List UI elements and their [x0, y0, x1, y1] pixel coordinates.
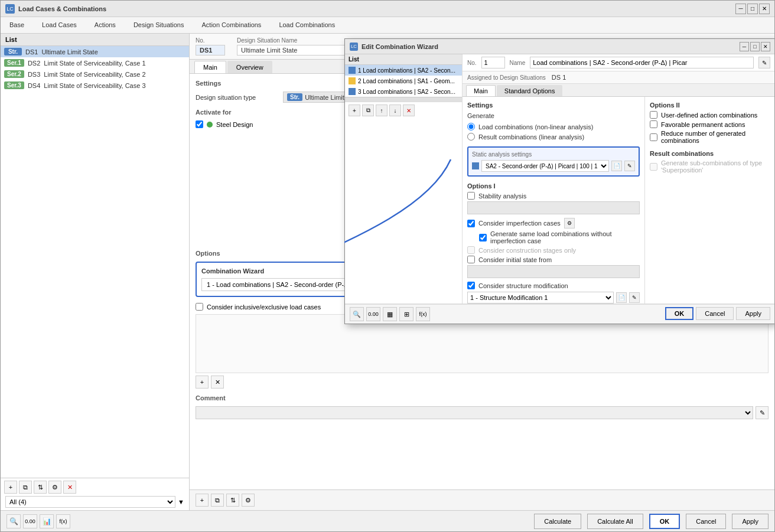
- cancel-button[interactable]: Cancel: [686, 514, 726, 529]
- sa-edit-button[interactable]: ✎: [624, 161, 635, 171]
- calculate-all-button[interactable]: Calculate All: [587, 514, 643, 529]
- tab-overview[interactable]: Overview: [227, 61, 272, 73]
- dialog-grid-button[interactable]: ⊞: [399, 307, 413, 321]
- list-item[interactable]: Ser.1 DS2 Limit State of Serviceability,…: [1, 57, 189, 68]
- settings-button[interactable]: ⚙: [48, 481, 61, 494]
- dialog-tab-main[interactable]: Main: [466, 85, 496, 96]
- lc-color-icon-3: [349, 88, 356, 95]
- status-numbers-button[interactable]: 0.00: [23, 514, 37, 528]
- maximize-button[interactable]: □: [747, 4, 758, 14]
- menu-actions[interactable]: Actions: [86, 17, 125, 33]
- sort-button[interactable]: ⇅: [34, 481, 47, 494]
- no-input[interactable]: [481, 57, 505, 68]
- stability-checkbox[interactable]: [467, 192, 475, 200]
- settings-title: Settings: [467, 102, 640, 109]
- result-sub-checkbox[interactable]: [650, 163, 657, 171]
- menu-load-cases[interactable]: Load Cases: [33, 17, 86, 33]
- reduce-checkbox[interactable]: [650, 133, 657, 141]
- rp-sort-button[interactable]: ⇅: [226, 494, 239, 507]
- inclusive-checkbox[interactable]: [196, 303, 203, 311]
- item-name: Ultimate Limit State: [41, 48, 97, 56]
- dialog-minimize-button[interactable]: ─: [740, 42, 749, 51]
- list-item[interactable]: Str. DS1 Ultimate Limit State: [1, 46, 189, 57]
- favorable-checkbox[interactable]: [650, 120, 657, 128]
- lc-delete-button[interactable]: ✕: [211, 376, 224, 389]
- menu-action-combinations[interactable]: Action Combinations: [193, 17, 270, 33]
- rp-add-button[interactable]: +: [196, 494, 209, 507]
- list-copy-button[interactable]: ⧉: [362, 105, 374, 116]
- rp-copy-button[interactable]: ⧉: [211, 494, 224, 507]
- list-scrollbar[interactable]: [345, 97, 462, 102]
- menu-base[interactable]: Base: [1, 17, 33, 33]
- minimize-button[interactable]: ─: [735, 4, 746, 14]
- list-item[interactable]: Ser.3 DS4 Limit State of Serviceability,…: [1, 80, 189, 91]
- initial-state-checkbox[interactable]: [467, 256, 475, 263]
- filter-select[interactable]: All (4): [5, 496, 175, 508]
- result-comb-title: Result combinations: [650, 150, 770, 157]
- dialog-tab-standard[interactable]: Standard Options: [497, 85, 563, 96]
- list-delete-button[interactable]: ✕: [403, 105, 415, 116]
- dialog-header-fields: No. Name ✎ Assigned to Design Situations…: [463, 54, 774, 303]
- wizard-list-item-2[interactable]: 2 Load combinations | SA1 - Geom...: [345, 76, 462, 86]
- name-edit-button[interactable]: ✎: [758, 57, 770, 68]
- add-item-button[interactable]: +: [4, 481, 17, 494]
- same-load-label: Generate same load combinations without …: [490, 230, 640, 244]
- wizard-list-item-3[interactable]: 3 Load combinations | SA2 - Secon...: [345, 86, 462, 97]
- status-func-button[interactable]: f(x): [56, 514, 70, 528]
- radio-load-label: Load combinations (non-linear analysis): [478, 123, 593, 130]
- rp-settings-button[interactable]: ⚙: [242, 494, 255, 507]
- struct-mod-checkbox[interactable]: [467, 282, 475, 289]
- struct-edit-button[interactable]: ✎: [629, 292, 640, 303]
- ok-button[interactable]: OK: [649, 514, 680, 529]
- struct-new-button[interactable]: 📄: [616, 292, 627, 303]
- options2-title: Options II: [650, 102, 770, 109]
- list-sort2-button[interactable]: ↓: [389, 105, 401, 116]
- radio-result-combinations[interactable]: [467, 133, 475, 141]
- comment-select[interactable]: [196, 406, 753, 419]
- dialog-cancel-button[interactable]: Cancel: [696, 307, 734, 320]
- imperfection-settings-button[interactable]: ⚙: [564, 218, 575, 229]
- sa-new-button[interactable]: 📄: [611, 161, 622, 171]
- lc-add-button[interactable]: +: [196, 376, 209, 389]
- lc-color-icon-1: [349, 67, 356, 74]
- item-name: Limit State of Serviceability, Case 1: [44, 60, 145, 67]
- copy-item-button[interactable]: ⧉: [19, 481, 32, 494]
- right-panel-bottom-toolbar: + ⧉ ⇅ ⚙: [190, 489, 774, 510]
- name-input[interactable]: [530, 57, 754, 68]
- dialog-close-button[interactable]: ✕: [761, 42, 770, 51]
- lc-color-icon-2: [349, 77, 356, 84]
- status-graph-button[interactable]: 📊: [40, 514, 54, 528]
- wizard-list-item-1[interactable]: 1 Load combinations | SA2 - Secon...: [345, 65, 462, 76]
- same-load-checkbox[interactable]: [479, 234, 487, 241]
- dialog-apply-button[interactable]: Apply: [736, 307, 770, 320]
- comment-section: Comment ✎: [196, 394, 769, 419]
- dialog-ok-button[interactable]: OK: [665, 307, 694, 320]
- menu-load-combinations[interactable]: Load Combinations: [270, 17, 344, 33]
- menu-design-situations[interactable]: Design Situations: [125, 17, 193, 33]
- close-button[interactable]: ✕: [759, 4, 770, 14]
- list-item[interactable]: Ser.2 DS3 Limit State of Serviceability,…: [1, 68, 189, 80]
- comment-edit-button[interactable]: ✎: [756, 406, 769, 419]
- radio-load-combinations[interactable]: [467, 123, 475, 130]
- list-sort1-button[interactable]: ↑: [376, 105, 388, 116]
- tab-main[interactable]: Main: [194, 61, 226, 73]
- dialog-numbers-button[interactable]: 0.00: [366, 307, 380, 321]
- menu-bar: Base Load Cases Actions Design Situation…: [1, 17, 774, 34]
- status-search-button[interactable]: 🔍: [6, 514, 21, 528]
- sa-select[interactable]: SA2 - Second-order (P-Δ) | Picard | 100 …: [481, 160, 609, 172]
- user-defined-checkbox[interactable]: [650, 111, 657, 119]
- dialog-maximize-button[interactable]: □: [750, 42, 760, 51]
- apply-button[interactable]: Apply: [732, 514, 769, 529]
- dialog-search-button[interactable]: 🔍: [350, 307, 364, 321]
- activate-checkbox[interactable]: [196, 120, 203, 128]
- delete-item-button[interactable]: ✕: [63, 481, 76, 494]
- struct-mod-select[interactable]: 1 - Structure Modification 1: [467, 292, 614, 303]
- construction-checkbox[interactable]: [467, 246, 475, 254]
- calculate-button[interactable]: Calculate: [534, 514, 581, 529]
- dialog-func-button[interactable]: f(x): [416, 307, 430, 321]
- imperfection-checkbox[interactable]: [467, 220, 475, 227]
- dialog-table-button[interactable]: ▦: [383, 307, 397, 321]
- type-label: Design situation type: [196, 94, 278, 101]
- list-add-button[interactable]: +: [349, 105, 360, 116]
- wizard-list-text-2: 2 Load combinations | SA1 - Geom...: [358, 78, 455, 84]
